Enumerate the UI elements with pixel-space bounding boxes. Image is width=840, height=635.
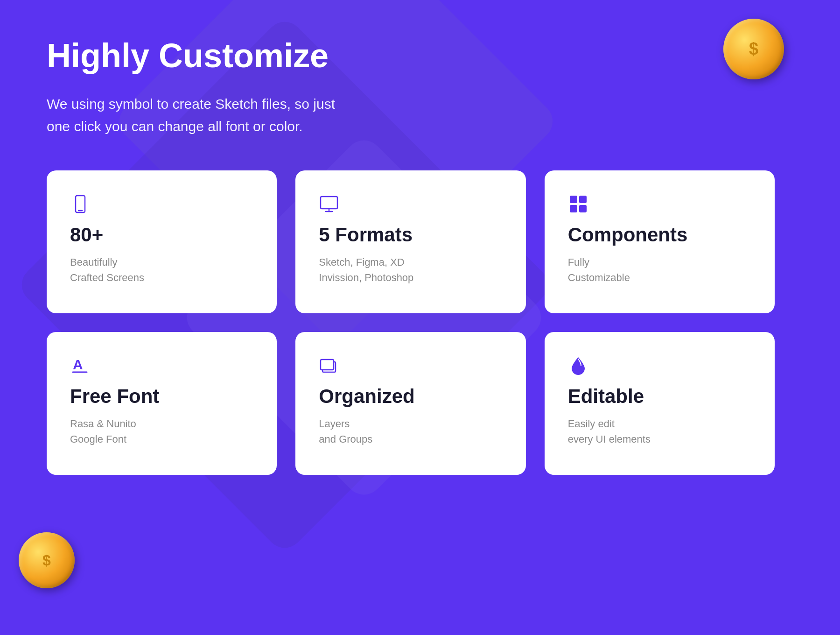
card-font-description: Rasa & Nunito Google Font: [70, 416, 253, 447]
card-organized-value: Organized: [319, 385, 502, 408]
coin-symbol-bottom: $: [42, 552, 51, 569]
coin-symbol-top: $: [749, 39, 758, 59]
card-organized: Organized Layers and Groups: [295, 332, 525, 475]
card-components: Components Fully Customizable: [545, 170, 775, 313]
svg-rect-8: [579, 205, 587, 212]
svg-rect-12: [321, 360, 334, 370]
card-screens: 80+ Beautifully Crafted Screens: [47, 170, 277, 313]
coin-decoration-bottom-left: $: [19, 532, 75, 588]
card-screens-description: Beautifully Crafted Screens: [70, 254, 253, 285]
card-screens-value: 80+: [70, 224, 253, 246]
card-editable-description: Easily edit every UI elements: [568, 416, 751, 447]
main-content: Highly Customize We using symbol to crea…: [0, 0, 840, 512]
monitor-icon: [319, 194, 339, 214]
card-organized-description: Layers and Groups: [319, 416, 502, 447]
font-icon: A: [70, 355, 91, 376]
grid-icon: [568, 194, 588, 214]
drop-icon: [568, 355, 588, 376]
mobile-icon: [70, 194, 91, 214]
svg-rect-6: [579, 196, 587, 203]
svg-rect-7: [570, 205, 577, 212]
description-line-1: We using symbol to create Sketch files, …: [47, 96, 335, 112]
card-components-description: Fully Customizable: [568, 254, 751, 285]
feature-cards-grid: 80+ Beautifully Crafted Screens 5 Format…: [47, 170, 775, 475]
card-components-value: Components: [568, 224, 751, 246]
card-formats-value: 5 Formats: [319, 224, 502, 246]
card-font: A Free Font Rasa & Nunito Google Font: [47, 332, 277, 475]
svg-rect-2: [321, 197, 337, 209]
card-font-value: Free Font: [70, 385, 253, 408]
svg-rect-5: [570, 196, 577, 203]
layers-icon: [319, 355, 339, 376]
description-line-2: one click you can change all font or col…: [47, 119, 303, 134]
page-title: Highly Customize: [47, 37, 793, 74]
page-description: We using symbol to create Sketch files, …: [47, 93, 336, 138]
svg-rect-0: [76, 196, 85, 212]
card-editable: Editable Easily edit every UI elements: [545, 332, 775, 475]
card-formats-description: Sketch, Figma, XD Invission, Photoshop: [319, 254, 502, 285]
card-editable-value: Editable: [568, 385, 751, 408]
card-formats: 5 Formats Sketch, Figma, XD Invission, P…: [295, 170, 525, 313]
coin-decoration-top-right: $: [723, 19, 784, 79]
svg-text:A: A: [73, 357, 83, 372]
